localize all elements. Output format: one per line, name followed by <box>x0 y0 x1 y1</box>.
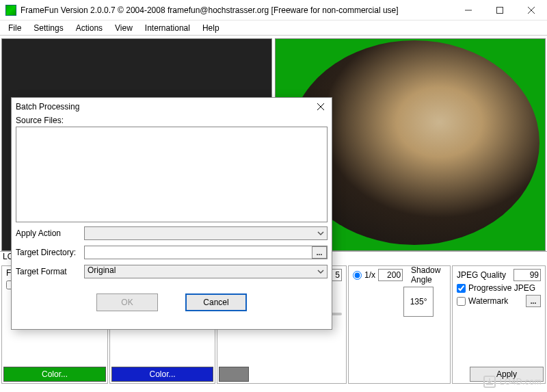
dialog-title: Batch Processing <box>16 102 314 112</box>
target-directory-label: Target Directory: <box>16 248 84 257</box>
ok-button[interactable]: OK <box>96 293 158 311</box>
menubar: File Settings Actions View International… <box>0 21 547 36</box>
shadow-color-button[interactable] <box>219 367 249 382</box>
content-area: LO4 762) Fr Inside Abs. Color... Soft Ab… <box>0 36 547 392</box>
svg-rect-1 <box>497 7 503 13</box>
chevron-down-icon <box>317 267 325 278</box>
jpeg-quality-label: JPEG Quality <box>457 270 506 280</box>
onex-radio[interactable] <box>353 271 362 280</box>
watermark-checkbox[interactable] <box>457 297 466 306</box>
target-format-select[interactable]: Original <box>84 265 328 278</box>
progressive-checkbox[interactable] <box>457 284 466 293</box>
menu-file[interactable]: File <box>8 23 21 33</box>
batch-processing-dialog: Batch Processing Source Files: Apply Act… <box>11 97 332 330</box>
target-directory-browse-button[interactable]: ... <box>312 246 327 259</box>
target-directory-input[interactable] <box>85 246 312 259</box>
panel-jpeg: JPEG Quality Progressive JPEG Watermark … <box>452 265 546 384</box>
window-title: FrameFun Version 2.0.0.7 © 2004-2008 fra… <box>21 5 453 15</box>
angle-box[interactable]: 135° <box>403 287 433 317</box>
menu-settings[interactable]: Settings <box>34 23 63 33</box>
watermark-label: Watermark <box>468 296 508 306</box>
onex-label: 1/x <box>364 270 375 280</box>
target-format-value: Original <box>85 265 116 275</box>
close-button[interactable] <box>516 0 547 21</box>
source-files-list[interactable] <box>16 127 328 222</box>
site-watermark: LO4D.com <box>483 376 542 388</box>
jpeg-quality-value[interactable] <box>513 269 541 281</box>
menu-actions[interactable]: Actions <box>76 23 103 33</box>
panel-angle: 1/x Shadow Angle 135° <box>348 265 451 384</box>
target-format-label: Target Format <box>16 267 84 276</box>
app-icon <box>5 5 16 16</box>
progressive-label: Progressive JPEG <box>468 283 535 293</box>
cancel-button[interactable]: Cancel <box>185 293 247 311</box>
apply-action-select[interactable] <box>84 226 328 240</box>
frame-color-button[interactable]: Color... <box>3 367 106 382</box>
shape-color-button[interactable]: Color... <box>111 367 213 382</box>
minimize-button[interactable] <box>453 0 484 21</box>
menu-international[interactable]: International <box>145 23 190 33</box>
onex-value[interactable] <box>378 269 403 281</box>
apply-action-label: Apply Action <box>16 228 84 238</box>
source-files-label: Source Files: <box>16 116 328 125</box>
menu-view[interactable]: View <box>115 23 133 33</box>
chevron-down-icon <box>317 229 325 239</box>
titlebar: FrameFun Version 2.0.0.7 © 2004-2008 fra… <box>0 0 547 21</box>
dialog-close-button[interactable] <box>314 100 328 114</box>
maximize-button[interactable] <box>484 0 516 21</box>
shadow-angle-label: Shadow Angle <box>411 265 446 285</box>
menu-help[interactable]: Help <box>202 23 219 33</box>
watermark-browse-button[interactable]: ... <box>526 295 541 307</box>
download-icon <box>483 376 496 388</box>
